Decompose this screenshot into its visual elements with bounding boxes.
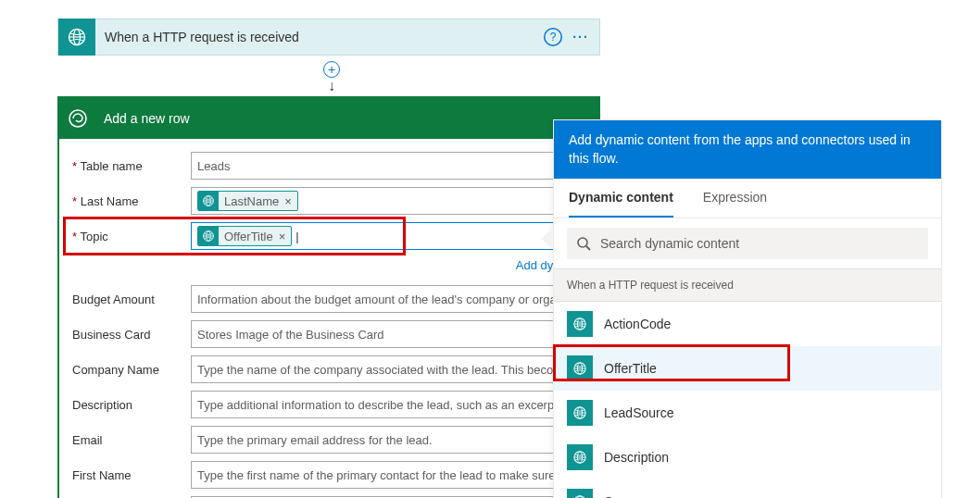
dynamic-content-list: ActionCode OfferTitle LeadSource Descrip… [554,302,941,498]
dyn-item-description[interactable]: Description [554,435,941,479]
input-description[interactable]: Type additional information to describe … [191,391,585,418]
input-table-name-value: Leads [197,159,230,173]
label-topic: Topic [72,230,191,243]
token-topic-label: OfferTitle [224,230,273,243]
row-business-card: Business Card Stores Image of the Busine… [72,317,585,352]
dyn-item-label: Description [604,450,669,465]
trigger-title: When a HTTP request is received [95,30,542,44]
row-description: Description Type additional information … [72,387,585,422]
action-title: Add a new row [96,111,190,126]
dyn-item-label: OfferTitle [604,361,657,376]
token-remove-icon[interactable]: × [279,230,286,243]
dyn-item-label: ActionCode [604,317,671,331]
label-last-name: Last Name [72,194,191,208]
input-business-card[interactable]: Stores Image of the Business Card [191,320,585,348]
token-last-name[interactable]: LastName × [197,191,298,211]
row-topic: Topic OfferTitle × | [72,218,585,254]
flow-connector: + ↓ [323,56,340,96]
action-header[interactable]: Add a new row [59,98,598,139]
token-last-name-label: LastName [224,194,279,208]
label-company-name: Company Name [72,363,191,377]
token-topic[interactable]: OfferTitle × [197,226,292,246]
tab-expression[interactable]: Expression [703,179,767,218]
dyn-item-leadsource[interactable]: LeadSource [554,391,941,435]
label-email: Email [72,433,191,447]
input-table-name[interactable]: Leads [191,152,585,180]
globe-icon [198,191,219,211]
input-company-name[interactable]: Type the name of the company associated … [191,355,585,383]
add-dynamic-content-link-row: Add dynamic [72,254,585,281]
globe-icon [567,444,593,470]
input-email[interactable]: Type the primary email address for the l… [191,426,585,454]
dynamic-content-panel: Add dynamic content from the apps and co… [553,119,942,498]
globe-icon [567,400,593,426]
search-placeholder: Search dynamic content [600,236,739,251]
input-budget-amount[interactable]: Information about the budget amount of t… [191,285,585,313]
globe-icon [567,355,593,381]
globe-icon [567,311,593,337]
label-first-name: First Name [72,468,191,482]
row-company-name: Company Name Type the name of the compan… [72,352,585,387]
row-budget-amount: Budget Amount Information about the budg… [72,281,585,317]
row-job-title: Job Title Type the job title of the prim… [72,492,585,498]
dyn-item-offertitle[interactable]: OfferTitle [554,346,941,391]
input-first-name[interactable]: Type the first name of the primary conta… [191,461,585,489]
dynamic-content-header: Add dynamic content from the apps and co… [554,120,941,179]
insert-step-button[interactable]: + [323,61,340,78]
action-form: Table name Leads Last Name LastName × To… [59,139,598,498]
label-table-name: Table name [72,159,191,173]
tab-dynamic-content[interactable]: Dynamic content [569,179,673,218]
dyn-item-label: LeadSource [604,405,674,420]
globe-icon [567,489,593,498]
label-business-card: Business Card [72,328,191,342]
dynamic-content-section-label: When a HTTP request is received [554,268,941,302]
dynamic-content-search[interactable]: Search dynamic content [567,228,928,259]
help-icon[interactable]: ? [542,26,564,48]
label-description: Description [72,398,191,412]
globe-icon [198,226,219,246]
input-last-name[interactable]: LastName × [191,187,585,215]
http-trigger-icon [58,19,95,56]
input-topic[interactable]: OfferTitle × | [191,222,585,250]
text-caret: | [295,230,298,243]
search-icon [576,236,591,251]
trigger-card[interactable]: When a HTTP request is received ? ··· [57,19,600,56]
more-icon[interactable]: ··· [570,26,592,48]
dataverse-icon [59,100,96,137]
token-remove-icon[interactable]: × [284,194,292,208]
dyn-item-company[interactable]: Company [554,479,941,498]
dyn-item-label: Company [604,494,660,498]
arrow-down-icon: ↓ [328,78,335,94]
action-card: Add a new row Table name Leads Last Name… [57,96,600,498]
dyn-item-actioncode[interactable]: ActionCode [554,302,941,346]
row-first-name: First Name Type the first name of the pr… [72,457,585,492]
row-email: Email Type the primary email address for… [72,422,585,457]
svg-text:?: ? [550,31,557,44]
row-last-name: Last Name LastName × [72,183,585,218]
label-budget-amount: Budget Amount [72,293,191,306]
panel-pointer-icon [541,230,552,248]
dynamic-content-tabs: Dynamic content Expression [554,179,941,218]
row-table-name: Table name Leads [72,148,585,183]
